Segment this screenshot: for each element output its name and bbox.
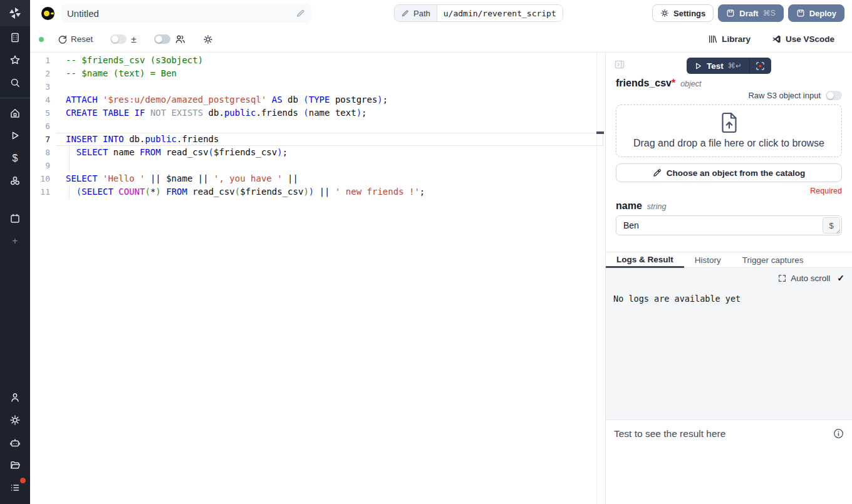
collapse-panel-icon[interactable] (615, 59, 625, 72)
info-icon[interactable] (833, 428, 844, 439)
pipette-icon (653, 168, 662, 177)
path-edit-section[interactable]: Path (395, 5, 437, 21)
line-number: 6 (30, 120, 56, 133)
path-label: Path (413, 9, 430, 18)
choose-object-button[interactable]: Choose an object from the catalog (616, 163, 842, 182)
gear-icon (9, 414, 21, 426)
run-panel: Test ⌘↵ friends_csv* object (606, 53, 852, 504)
draft-button[interactable]: Draft ⌘S (718, 4, 783, 22)
deploy-button[interactable]: Deploy (788, 4, 844, 22)
sidebar-item-account[interactable] (0, 386, 30, 409)
sidebar-item-home[interactable] (0, 102, 30, 125)
required-label: Required (616, 187, 842, 195)
search-icon (9, 77, 21, 88)
gear-icon[interactable] (203, 34, 213, 44)
line-content: SELECT 'Hello ' || $name || ', you have … (56, 172, 603, 185)
code-line-10[interactable]: 10SELECT 'Hello ' || $name || ', you hav… (30, 172, 605, 185)
sidebar-divider (0, 98, 30, 98)
tab-history[interactable]: History (684, 252, 732, 267)
sidebar-item-variables[interactable]: $ (0, 147, 30, 170)
raw-s3-label: Raw S3 object input (748, 91, 821, 100)
code-line-9[interactable]: 9 (30, 159, 605, 172)
windmill-logo[interactable] (0, 0, 30, 26)
reset-button[interactable]: Reset (58, 34, 93, 44)
sidebar-item-favorites[interactable] (0, 49, 30, 71)
code-line-8[interactable]: 8 SELECT name FROM read_csv($friends_csv… (30, 146, 605, 159)
line-number: 4 (30, 93, 56, 106)
tab-logs-result[interactable]: Logs & Result (606, 252, 684, 268)
capture-button[interactable] (750, 58, 771, 74)
sidebar-item-workspace[interactable] (0, 26, 30, 49)
raw-s3-toggle[interactable] (826, 91, 842, 100)
app-root: $+ Untitled Path u/admin/reverent_script (0, 0, 852, 504)
code-editor[interactable]: 1-- $friends_csv (s3object)2-- $name (te… (30, 53, 606, 504)
sidebar-item-ai-assistant[interactable] (0, 431, 30, 454)
result-placeholder: Test to see the result here (614, 428, 725, 440)
sidebar-item-resources[interactable] (0, 170, 30, 192)
sidebar-item-search[interactable] (0, 71, 30, 94)
autoscroll-label[interactable]: Auto scroll (791, 274, 830, 283)
code-lines: 1-- $friends_csv (s3object)2-- $name (te… (30, 54, 605, 198)
script-title: Untitled (67, 8, 99, 19)
home-icon (9, 108, 21, 119)
test-shortcut: ⌘↵ (728, 61, 742, 70)
notification-badge (20, 478, 26, 483)
expand-icon[interactable] (778, 274, 786, 282)
draft-label: Draft (739, 9, 758, 18)
sidebar-item-schedules[interactable] (0, 207, 30, 230)
use-vscode-button[interactable]: Use VScode (772, 34, 834, 44)
name-input[interactable] (616, 216, 841, 235)
gear-icon (660, 9, 669, 18)
dollar-icon: $ (13, 153, 18, 163)
line-content (56, 80, 603, 93)
library-button[interactable]: Library (708, 34, 751, 44)
multiplayer-toggle[interactable] (154, 34, 170, 44)
code-line-2[interactable]: 2-- $name (text) = Ben (30, 67, 605, 80)
person-icon (9, 392, 21, 403)
editor-scrollbar[interactable] (596, 53, 597, 504)
test-button[interactable]: Test ⌘↵ (687, 58, 749, 74)
sidebar-item-runs[interactable] (0, 125, 30, 147)
list-icon (9, 482, 21, 493)
path-value: u/admin/reverent_script (437, 5, 563, 21)
indent-guide (69, 146, 70, 159)
code-line-11[interactable]: 11 (SELECT COUNT(*) FROM read_csv($frien… (30, 185, 605, 198)
code-line-7[interactable]: 7INSERT INTO db.public.friends (30, 133, 605, 146)
sidebar-item-audit-logs[interactable] (0, 476, 30, 499)
content-row: 1-- $friends_csv (s3object)2-- $name (te… (30, 53, 852, 504)
sidebar-item-workspace-settings[interactable] (0, 409, 30, 431)
code-line-4[interactable]: 4ATTACH '$res:u/demo/amazed_postgresql' … (30, 93, 605, 106)
file-dropzone[interactable]: Drag and drop a file here or click to br… (616, 105, 842, 157)
toolbar-right: Library Use VScode (708, 34, 843, 44)
result-panel: Test to see the result here (606, 419, 852, 504)
sidebar-item-folders[interactable] (0, 454, 30, 476)
args-form: friends_csv* object Raw S3 object input … (606, 75, 852, 235)
sidebar-item-create-new[interactable]: + (0, 230, 30, 252)
autoscroll-check-icon[interactable]: ✓ (837, 273, 844, 283)
play-icon (9, 130, 21, 141)
code-line-1[interactable]: 1-- $friends_csv (s3object) (30, 54, 605, 67)
line-content: -- $name (text) = Ben (56, 67, 603, 80)
field-type: string (647, 202, 667, 211)
script-title-field[interactable]: Untitled (61, 4, 311, 23)
edit-path-pencil-icon (401, 9, 409, 18)
code-line-6[interactable]: 6 (30, 120, 605, 133)
resize-grip-icon[interactable] (836, 229, 841, 234)
path-control[interactable]: Path u/admin/reverent_script (394, 4, 563, 22)
test-button-group: Test ⌘↵ (687, 58, 771, 74)
indent-guide (69, 159, 70, 172)
library-label: Library (722, 34, 751, 44)
plus-minus-icon: ± (131, 34, 136, 44)
play-icon (694, 62, 702, 70)
result-tabs: Logs & Result History Trigger captures (606, 252, 852, 268)
code-line-3[interactable]: 3 (30, 80, 605, 93)
tab-trigger-captures[interactable]: Trigger captures (732, 252, 814, 267)
settings-button[interactable]: Settings (652, 4, 714, 22)
users-icon (175, 34, 185, 44)
file-upload-icon (718, 111, 740, 134)
edit-title-pencil-icon[interactable] (296, 9, 305, 18)
calendar-icon (9, 213, 21, 224)
field-name: name (616, 200, 642, 212)
code-line-5[interactable]: 5CREATE TABLE IF NOT EXISTS db.public.fr… (30, 106, 605, 120)
diff-toggle[interactable] (110, 34, 127, 44)
